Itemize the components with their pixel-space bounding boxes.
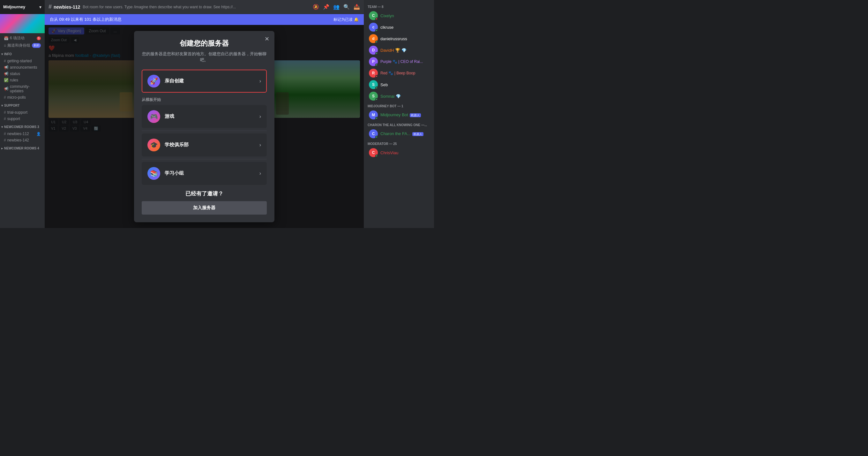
member-name-somnai: Somnai 💎 (380, 94, 401, 99)
right-sidebar: TEAM — 8 C Cixelyn c clkruse d danielrus… (364, 0, 434, 228)
left-sidebar: Midjourney ▾ 📅 6 场活动 5 ≡ 频道和身份组 新的 ▾ INF… (0, 0, 45, 228)
status-seb (375, 87, 378, 89)
hash-icon: # (4, 59, 6, 63)
member-seb[interactable]: S Seb (365, 79, 433, 90)
member-danielrussruss[interactable]: d danielrussruss (365, 33, 433, 45)
channel-title: # newbies-112 (49, 3, 80, 10)
member-davidh[interactable]: D DavidH 🏆 💎 (365, 45, 433, 56)
channel-name: newbies-112 (54, 4, 80, 9)
calendar-icon: 📅 (4, 36, 9, 40)
sidebar-item-micro-polls[interactable]: # micro-polls (3, 94, 42, 101)
avatar-daniel: d (369, 34, 378, 43)
member-name-purple: Purple 🐾 | CEO of Rai... (380, 59, 423, 64)
speaker-icon: 📢 (4, 65, 9, 69)
template-study[interactable]: 📚 学习小组 › (142, 162, 267, 185)
team-section-title: TEAM — 8 (364, 3, 434, 10)
bot-badge-charon: 机器人 (412, 132, 424, 136)
sidebar-item-newbies-142[interactable]: # newbies-142 (3, 137, 42, 143)
create-own-option[interactable]: 🚀 亲自创建 › (142, 69, 267, 93)
member-red[interactable]: R Red 🐾 | Beep Boop (365, 67, 433, 79)
member-chrisviau[interactable]: C ChrisViau (365, 147, 433, 159)
modal-close-button[interactable]: ✕ (265, 36, 269, 42)
avatar-midjourney-bot: M (369, 111, 378, 119)
study-icon: 📚 (148, 167, 160, 180)
avatar-clkruse: c (369, 23, 378, 32)
template-school[interactable]: 🎓 学校俱乐部 › (142, 134, 267, 156)
server-banner (0, 14, 45, 33)
divider-2 (142, 159, 267, 159)
sidebar-item-rules[interactable]: ✅ rules (3, 77, 42, 83)
status-cixelyn (375, 18, 378, 20)
hash-channel-icon: # (49, 3, 52, 10)
channel-description: Bot room for new users. Type /imagine th… (83, 5, 310, 9)
create-own-label: 亲自创建 (165, 78, 259, 84)
member-cixelyn[interactable]: C Cixelyn (365, 10, 433, 21)
channels-icon: ≡ (4, 44, 6, 48)
avatar-red: R (369, 69, 378, 78)
member-clkruse[interactable]: c clkruse (365, 21, 433, 33)
collapse2-icon: ▾ (1, 104, 3, 107)
member-name-cixelyn: Cixelyn (380, 13, 394, 18)
sidebar-item-trial-support[interactable]: # trial-support (3, 109, 42, 116)
category-newcomer-3[interactable]: ▾ NEWCOMER ROOMS 3 (0, 123, 45, 129)
member-charon[interactable]: C Charon the FA... 机器人 (365, 128, 433, 140)
members-icon[interactable]: 👥 (333, 4, 340, 10)
modal-overlay[interactable]: ✕ 创建您的服务器 您的服务器是您和好友聚首的地方。创建您自己的服务器，开始畅聊… (45, 25, 364, 228)
member-name-clkruse: clkruse (380, 25, 394, 30)
avatar-seb: S (369, 80, 378, 89)
search-icon[interactable]: 🔍 (343, 4, 350, 10)
modal-description: 您的服务器是您和好友聚首的地方。创建您自己的服务器，开始畅聊吧。 (142, 51, 267, 63)
member-purple[interactable]: P Purple 🐾 | CEO of Rai... (365, 56, 433, 67)
sidebar-item-events[interactable]: 📅 6 场活动 5 (3, 34, 42, 42)
server-header[interactable]: Midjourney ▾ (0, 0, 45, 14)
mark-read-button[interactable]: 标记为已读 🔔 (334, 17, 359, 22)
collapse3-icon: ▾ (1, 125, 3, 129)
member-somnai[interactable]: S Somnai 💎 (365, 90, 433, 102)
speaker2-icon: 📢 (4, 72, 9, 76)
member-name-daniel: danielrussruss (380, 36, 407, 41)
notification-bar: 自从 09:49 以来有 101 条以上的新消息 标记为已读 🔔 (45, 14, 364, 25)
member-midjourney-bot[interactable]: M Midjourney Bot 机器人 (365, 109, 433, 121)
school-label: 学校俱乐部 (165, 142, 259, 148)
avatar-cixelyn: C (369, 11, 378, 20)
main-content: # newbies-112 Bot room for new users. Ty… (45, 0, 364, 228)
mute-icon[interactable]: 🔕 (313, 4, 319, 10)
sidebar-item-support[interactable]: # support (3, 116, 42, 122)
create-server-modal: ✕ 创建您的服务器 您的服务器是您和好友聚首的地方。创建您自己的服务器，开始畅聊… (134, 31, 274, 222)
topbar-actions: 🔕 📌 👥 🔍 📥 (313, 4, 360, 10)
member-name-chrisviau: ChrisViau (380, 150, 398, 155)
sidebar-item-getting-started[interactable]: # getting-started (3, 58, 42, 64)
status-charon (375, 136, 378, 138)
inbox-icon[interactable]: 📥 (353, 4, 360, 10)
template-section-label: 从模板开始 (142, 97, 267, 103)
chevron-right-icon: › (259, 78, 261, 84)
member-name-seb: Seb (380, 82, 388, 87)
avatar-purple: P (369, 57, 378, 66)
category-support[interactable]: ▾ SUPPORT (0, 101, 45, 108)
hash6-icon: # (4, 138, 6, 142)
divider-1 (142, 131, 267, 131)
topbar: # newbies-112 Bot room for new users. Ty… (45, 0, 364, 14)
pin-icon[interactable]: 📌 (323, 4, 329, 10)
member-name-red: Red 🐾 | Beep Boop (380, 71, 415, 75)
category-newcomer-4[interactable]: ▸ NEWCOMER ROOMS 4 (0, 144, 45, 151)
sidebar-item-channels[interactable]: ≡ 频道和身份组 新的 (3, 42, 42, 49)
sidebar-item-announcements[interactable]: 📢 announcements (3, 64, 42, 70)
moderator-section-title: MODERATOR — 25 (364, 140, 434, 147)
hash2-icon: # (4, 95, 6, 99)
newcomer3-channels: # newbies-112 👤 # newbies-142 (0, 129, 45, 144)
avatar-charon: C (369, 129, 378, 138)
category-info[interactable]: ▾ INFO (0, 50, 45, 57)
template-game[interactable]: 🎮 游戏 › (142, 105, 267, 128)
study-label: 学习小组 (165, 170, 259, 176)
join-server-button[interactable]: 加入服务器 (142, 201, 267, 215)
speaker3-icon: 📢 (4, 87, 9, 91)
chevron-right-game-icon: › (259, 114, 261, 119)
sidebar-item-community-updates[interactable]: 📢 community-updates (3, 83, 42, 94)
status-daniel (375, 40, 378, 43)
sidebar-item-status[interactable]: 📢 status (3, 70, 42, 77)
bell-icon: 🔔 (354, 17, 359, 22)
sidebar-extras: 📅 6 场活动 5 ≡ 频道和身份组 新的 (0, 33, 45, 50)
sidebar-item-newbies-112[interactable]: # newbies-112 👤 (3, 131, 42, 137)
content-area: 🚀 Vary (Region) Zoom Out ... Zoom Out ◀ … (45, 25, 364, 228)
